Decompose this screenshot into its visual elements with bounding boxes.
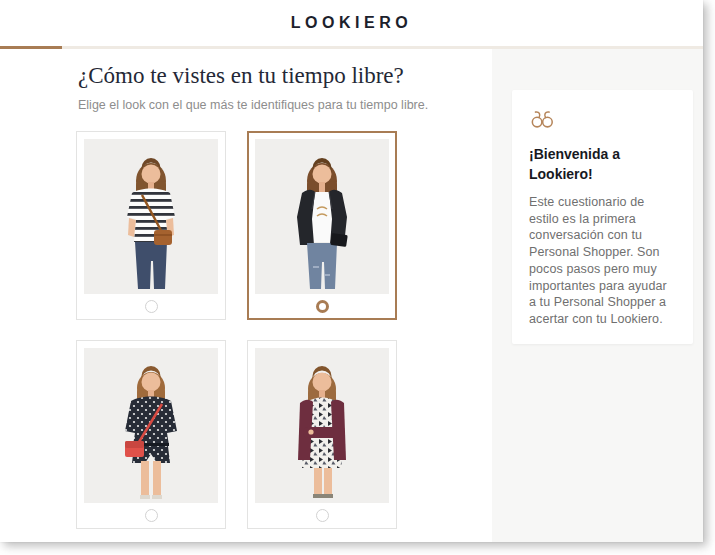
radio-row [316,503,329,528]
app-window: LOOKIERO ¿Cómo te vistes en tu tiempo li… [0,0,703,542]
look-photo-striped-tee [84,139,218,294]
radio-option-4[interactable] [316,509,329,522]
look-option-leather-jacket[interactable] [247,131,397,320]
page-title: ¿Cómo te vistes en tu tiempo libre? [78,63,492,89]
look-photo-polka-romper [84,348,218,503]
radio-option-2-selected[interactable] [316,300,329,313]
radio-row [145,503,158,528]
look-option-striped-tee[interactable] [76,131,226,320]
look-photo-burgundy-cardigan [255,348,389,503]
info-sidebar: ¡Bienvenida a Lookiero! Este cuestionari… [492,49,703,542]
page-subtitle: Elige el look con el que más te identifi… [78,98,492,112]
question-panel: ¿Cómo te vistes en tu tiempo libre? Elig… [0,49,492,542]
header: LOOKIERO [0,0,703,46]
look-option-polka-romper[interactable] [76,340,226,529]
welcome-title: ¡Bienvenida a Lookiero! [529,145,677,185]
look-option-burgundy-cardigan[interactable] [247,340,397,529]
look-options-grid [76,131,492,529]
radio-row [145,294,158,319]
glasses-icon [529,108,677,133]
radio-row [316,294,329,318]
welcome-body: Este cuestionario de estilo es la primer… [529,194,677,328]
welcome-card: ¡Bienvenida a Lookiero! Este cuestionari… [512,90,693,344]
lookiero-logo: LOOKIERO [291,14,412,32]
radio-option-3[interactable] [145,509,158,522]
radio-option-1[interactable] [145,300,158,313]
look-photo-leather-jacket [255,139,389,294]
